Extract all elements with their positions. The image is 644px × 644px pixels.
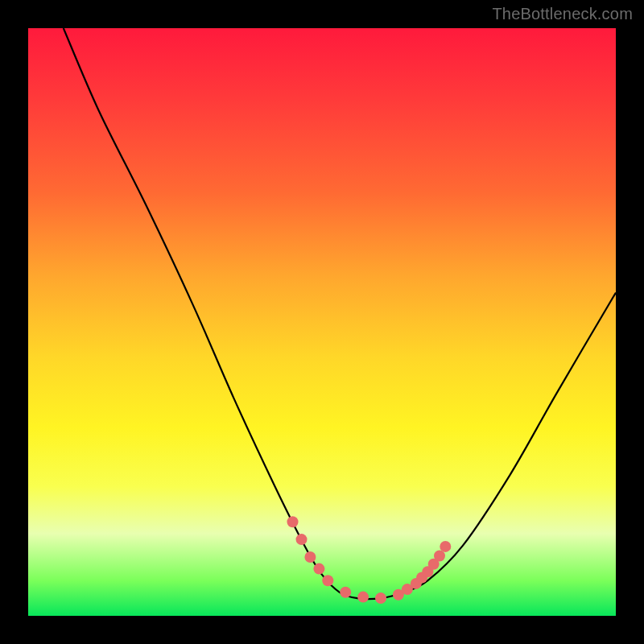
trough-dot	[322, 575, 333, 586]
trough-dot-group	[287, 516, 452, 604]
trough-dot	[296, 534, 308, 545]
curve-layer	[28, 28, 616, 616]
trough-dot	[313, 564, 324, 575]
watermark-text: TheBottleneck.com	[492, 5, 633, 23]
trough-dot	[375, 592, 386, 604]
trough-dot	[440, 541, 451, 552]
trough-dot	[304, 551, 316, 563]
chart-frame: TheBottleneck.com	[0, 0, 644, 644]
trough-dot	[357, 592, 369, 603]
trough-dot	[340, 587, 351, 598]
bottleneck-curve	[64, 28, 616, 599]
plot-area	[28, 28, 616, 616]
trough-dot	[434, 551, 445, 562]
trough-dot	[287, 516, 299, 527]
